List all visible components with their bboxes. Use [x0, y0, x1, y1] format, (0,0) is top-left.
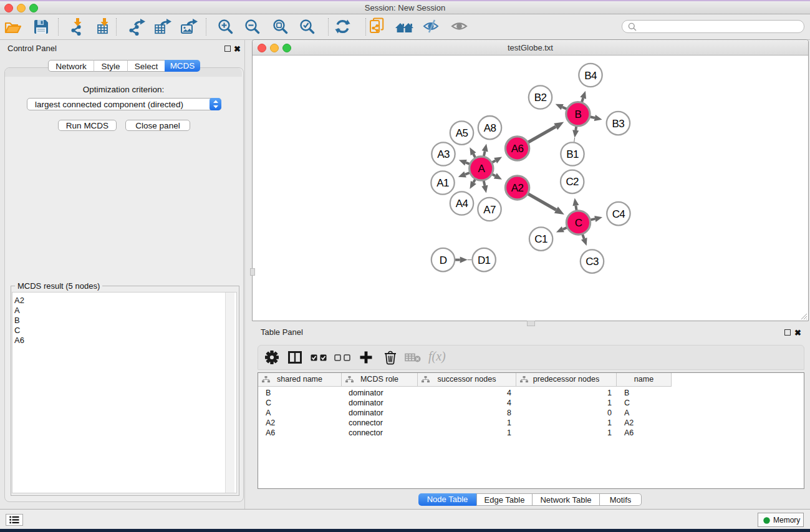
svg-text:A5: A5: [456, 127, 468, 139]
svg-text:C1: C1: [534, 233, 547, 245]
svg-text:C: C: [575, 217, 582, 229]
svg-text:B3: B3: [612, 118, 625, 130]
svg-text:C4: C4: [612, 208, 625, 220]
svg-text:C2: C2: [566, 176, 579, 188]
svg-text:A6: A6: [511, 143, 524, 155]
svg-text:A1: A1: [436, 177, 449, 189]
svg-text:C3: C3: [586, 256, 599, 268]
svg-text:B1: B1: [566, 148, 579, 160]
svg-text:A2: A2: [511, 182, 524, 194]
svg-text:B4: B4: [584, 70, 597, 82]
svg-text:A7: A7: [483, 204, 496, 216]
svg-text:A3: A3: [437, 148, 450, 160]
svg-text:D1: D1: [478, 254, 491, 266]
svg-text:A4: A4: [456, 198, 468, 210]
svg-text:B2: B2: [534, 92, 547, 104]
svg-text:A8: A8: [484, 122, 496, 134]
svg-text:A: A: [478, 163, 485, 175]
svg-text:B: B: [575, 109, 582, 120]
svg-text:D: D: [440, 254, 447, 266]
